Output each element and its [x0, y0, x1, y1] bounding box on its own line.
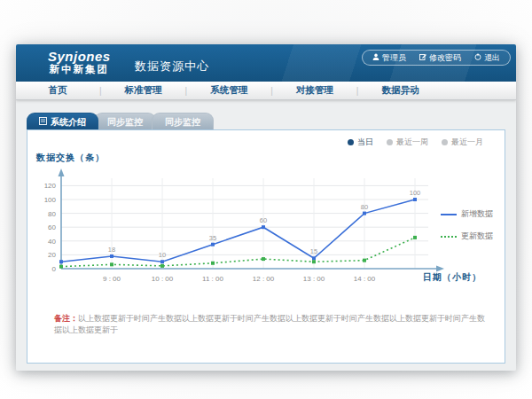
- chart-panel: 当日 最近一周 最近一月 数据交换（条） 0204060801001209 : …: [27, 129, 505, 364]
- page-background: Synjones 新中新集团 数据资源中心 管理员 修改密码: [0, 0, 532, 399]
- svg-text:60: 60: [260, 216, 267, 224]
- logo: Synjones 新中新集团: [48, 50, 111, 74]
- edit-icon: [419, 53, 426, 62]
- legend-item-new-data[interactable]: 新增数据: [441, 208, 493, 220]
- admin-label: 管理员: [382, 52, 406, 64]
- main-nav: 首页 | 标准管理 | 系统管理 | 对接管理 | 数据异动: [16, 82, 516, 100]
- svg-text:10: 10: [159, 251, 166, 259]
- nav-item-data-change[interactable]: 数据异动: [358, 84, 442, 97]
- svg-text:10 : 00: 10 : 00: [152, 275, 174, 283]
- radio-dot-icon: [442, 139, 448, 145]
- user-menu: 管理员 修改密码 退出: [362, 50, 511, 66]
- tab-label: 同步监控: [107, 113, 143, 130]
- nav-item-home[interactable]: 首页: [16, 84, 99, 97]
- footnote-text: 以上数据更新于时间产生数据以上数据更新于时间产生数据以上数据更新于时间产生数据以…: [54, 314, 485, 334]
- svg-text:120: 120: [44, 182, 57, 190]
- svg-text:13 : 00: 13 : 00: [303, 275, 325, 283]
- svg-text:80: 80: [48, 210, 56, 218]
- legend-label: 更新数据: [461, 231, 493, 242]
- x-axis-title: 日期（小时）: [423, 271, 481, 284]
- svg-text:40: 40: [48, 238, 56, 246]
- footnote: 备注：以上数据更新于时间产生数据以上数据更新于时间产生数据以上数据更新于时间产生…: [54, 313, 490, 335]
- svg-text:35: 35: [209, 234, 216, 242]
- header: Synjones 新中新集团 数据资源中心 管理员 修改密码: [16, 44, 516, 82]
- radio-label: 当日: [357, 137, 373, 148]
- radio-label: 最近一月: [451, 137, 483, 148]
- green-dotted-swatch-icon: [441, 236, 457, 238]
- legend-label: 新增数据: [461, 208, 493, 220]
- tab-sync-monitor-2[interactable]: 同步监控: [152, 113, 214, 129]
- tab-system-intro[interactable]: 系统介绍: [27, 113, 98, 129]
- radio-last-month[interactable]: 最近一月: [442, 137, 483, 148]
- radio-label: 最近一周: [396, 137, 428, 148]
- radio-last-week[interactable]: 最近一周: [387, 137, 428, 148]
- window-footer: [16, 364, 516, 371]
- svg-text:15: 15: [310, 247, 317, 255]
- logo-brand: Synjones: [48, 50, 111, 64]
- admin-menu-item[interactable]: 管理员: [372, 52, 406, 64]
- svg-text:20: 20: [48, 251, 56, 259]
- svg-text:80: 80: [361, 203, 368, 211]
- blue-line-swatch-icon: [441, 214, 457, 215]
- app-window: Synjones 新中新集团 数据资源中心 管理员 修改密码: [16, 44, 516, 371]
- radio-dot-icon: [387, 139, 393, 145]
- svg-text:100: 100: [410, 189, 421, 197]
- nav-item-interface-mgmt[interactable]: 对接管理: [273, 84, 356, 97]
- logout-label: 退出: [484, 52, 500, 64]
- radio-today[interactable]: 当日: [348, 137, 373, 148]
- content-area: 系统介绍 同步监控 同步监控 当日 最近一周: [16, 100, 516, 370]
- svg-text:60: 60: [48, 223, 56, 231]
- svg-text:12 : 00: 12 : 00: [253, 275, 275, 283]
- logout-button[interactable]: 退出: [474, 52, 500, 64]
- chart-legend: 新增数据 更新数据: [441, 208, 493, 253]
- svg-text:18: 18: [108, 246, 115, 254]
- tab-sync-monitor-1[interactable]: 同步监控: [94, 113, 156, 129]
- nav-item-standard-mgmt[interactable]: 标准管理: [102, 84, 185, 97]
- nav-item-system-mgmt[interactable]: 系统管理: [187, 84, 270, 97]
- document-grid-icon: [39, 113, 47, 130]
- logo-company: 新中新集团: [48, 64, 111, 74]
- svg-text:14 : 00: 14 : 00: [354, 275, 376, 283]
- svg-text:100: 100: [44, 196, 57, 204]
- tab-bar: 系统介绍 同步监控 同步监控: [27, 113, 209, 129]
- y-axis-title: 数据交换（条）: [36, 152, 105, 164]
- radio-dot-icon: [348, 139, 354, 145]
- time-filter: 当日 最近一周 最近一月: [348, 137, 483, 148]
- user-icon: [372, 53, 379, 62]
- line-chart: 0204060801001209 : 0010 : 0011 : 0012 : …: [27, 166, 471, 288]
- svg-text:0: 0: [52, 265, 57, 273]
- tab-label: 系统介绍: [51, 113, 86, 130]
- logout-icon: [474, 53, 481, 62]
- change-password-button[interactable]: 修改密码: [419, 52, 461, 64]
- change-password-label: 修改密码: [429, 52, 461, 64]
- footnote-prefix: 备注：: [54, 314, 78, 323]
- svg-text:11 : 00: 11 : 00: [202, 275, 223, 283]
- app-title: 数据资源中心: [135, 59, 209, 74]
- svg-text:9 : 00: 9 : 00: [103, 275, 121, 283]
- tab-label: 同步监控: [165, 113, 200, 130]
- legend-item-updated-data[interactable]: 更新数据: [441, 231, 493, 242]
